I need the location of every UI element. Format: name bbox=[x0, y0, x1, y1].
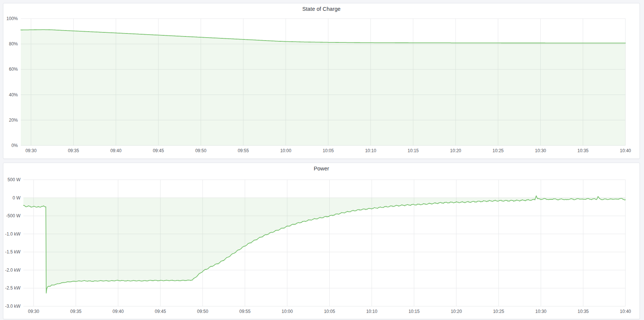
x-tick-label: 10:40 bbox=[620, 309, 631, 314]
x-axis-labels: 09:3009:3509:4009:4509:5009:5510:0010:05… bbox=[28, 309, 631, 314]
y-tick-label: 60% bbox=[9, 67, 18, 72]
x-tick-label: 10:35 bbox=[577, 309, 589, 314]
x-tick-label: 10:05 bbox=[323, 148, 334, 153]
x-tick-label: 10:25 bbox=[492, 148, 504, 153]
x-tick-label: 09:30 bbox=[28, 309, 39, 314]
x-tick-label: 09:50 bbox=[195, 148, 206, 153]
x-tick-label: 10:00 bbox=[282, 309, 293, 314]
y-tick-label: -3.0 kW bbox=[5, 304, 21, 309]
x-tick-label: 09:55 bbox=[238, 148, 249, 153]
series-area bbox=[21, 30, 625, 145]
x-tick-label: 10:30 bbox=[535, 309, 546, 314]
y-tick-label: -2.5 kW bbox=[5, 285, 21, 291]
y-tick-label: 20% bbox=[9, 118, 18, 123]
y-tick-label: 100% bbox=[6, 16, 18, 21]
panel-state-of-charge: State of Charge 100%80%60%40%20%0%09:300… bbox=[3, 3, 640, 159]
x-tick-label: 10:05 bbox=[324, 309, 335, 314]
x-tick-label: 09:40 bbox=[113, 309, 124, 314]
y-tick-label: 0 W bbox=[13, 195, 21, 201]
x-tick-label: 09:40 bbox=[110, 148, 122, 153]
y-tick-label: 80% bbox=[9, 41, 18, 47]
x-tick-label: 10:20 bbox=[450, 148, 461, 153]
y-tick-label: -2.0 kW bbox=[5, 268, 21, 273]
power-chart-canvas[interactable]: 500 W0 W-500 W-1.0 kW-1.5 kW-2.0 kW-2.5 … bbox=[3, 163, 640, 319]
x-tick-label: 09:50 bbox=[197, 309, 208, 314]
panel-power: Power 500 W0 W-500 W-1.0 kW-1.5 kW-2.0 k… bbox=[3, 163, 640, 319]
x-tick-label: 09:35 bbox=[68, 148, 79, 153]
x-tick-label: 10:00 bbox=[280, 148, 291, 153]
y-tick-label: 40% bbox=[9, 92, 18, 97]
x-tick-label: 10:40 bbox=[620, 148, 631, 153]
x-tick-label: 09:55 bbox=[239, 309, 250, 314]
y-tick-label: 500 W bbox=[7, 177, 20, 182]
x-tick-label: 10:10 bbox=[366, 309, 377, 314]
x-tick-label: 09:45 bbox=[155, 309, 166, 314]
x-axis-labels: 09:3009:3509:4009:4509:5009:5510:0010:05… bbox=[25, 148, 631, 153]
y-tick-label: 0% bbox=[12, 143, 18, 148]
x-tick-label: 10:10 bbox=[365, 148, 376, 153]
x-tick-label: 10:15 bbox=[408, 309, 420, 314]
y-axis-labels: 500 W0 W-500 W-1.0 kW-1.5 kW-2.0 kW-2.5 … bbox=[5, 177, 21, 309]
x-tick-label: 09:30 bbox=[25, 148, 36, 153]
y-axis-labels: 100%80%60%40%20%0% bbox=[6, 16, 18, 148]
y-tick-label: -1.0 kW bbox=[5, 231, 21, 237]
x-tick-label: 10:15 bbox=[408, 148, 419, 153]
x-tick-label: 09:35 bbox=[70, 309, 81, 314]
x-tick-label: 09:45 bbox=[153, 148, 164, 153]
series-area bbox=[23, 196, 625, 293]
y-tick-label: -1.5 kW bbox=[5, 249, 21, 255]
y-tick-label: -500 W bbox=[6, 213, 20, 218]
x-tick-label: 10:20 bbox=[451, 309, 462, 314]
x-tick-label: 10:35 bbox=[577, 148, 589, 153]
x-tick-label: 10:25 bbox=[493, 309, 504, 314]
x-tick-label: 10:30 bbox=[535, 148, 546, 153]
state-of-charge-chart-canvas[interactable]: 100%80%60%40%20%0%09:3009:3509:4009:4509… bbox=[3, 3, 640, 159]
